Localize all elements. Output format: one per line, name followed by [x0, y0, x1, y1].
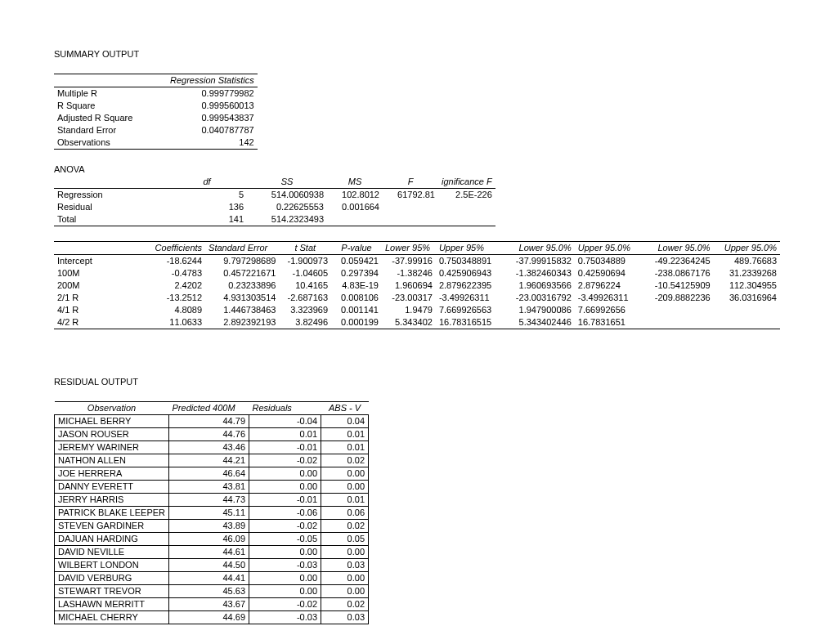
anova-row-f: [383, 213, 438, 226]
res-cell: DAVID NEVILLE: [55, 546, 169, 559]
regstats-header: Regression Statistics: [167, 74, 258, 87]
coef-cell: [641, 316, 714, 329]
anova-row-label: Regression: [54, 189, 167, 202]
coef-cell: 2.892392193: [205, 316, 279, 329]
anova-row-f: 61792.81: [383, 189, 438, 202]
coef-cell: 0.750348891: [436, 255, 502, 268]
anova-hdr-sigf: ignificance F: [438, 176, 495, 189]
res-cell: 0.00: [249, 481, 321, 494]
res-cell: 44.73: [169, 494, 249, 507]
coef-cell: -37.99916: [382, 255, 436, 268]
coef-cell: 100M: [54, 267, 137, 280]
coef-cell: -1.382460343: [502, 267, 575, 280]
res-cell: 0.00: [249, 546, 321, 559]
res-cell: MICHAEL BERRY: [55, 415, 169, 428]
anova-row-ss: 514.0060938: [247, 189, 327, 202]
res-cell: 0.02: [321, 520, 369, 533]
anova-hdr-f: F: [383, 176, 438, 189]
coef-cell: 7.669926563: [436, 304, 502, 316]
anova-hdr-df: df: [167, 176, 247, 189]
regstats-value: 142: [167, 136, 258, 150]
res-cell: MICHAEL CHERRY: [55, 611, 169, 624]
res-cell: STEVEN GARDINER: [55, 520, 169, 533]
coef-cell: 0.457221671: [205, 267, 279, 280]
res-cell: 0.00: [321, 572, 369, 585]
coef-cell: 3.323969: [279, 304, 331, 316]
coef-cell: -49.22364245: [641, 255, 714, 268]
res-cell: STEWART TREVOR: [55, 585, 169, 598]
res-cell: -0.01: [249, 494, 321, 507]
res-cell: -0.01: [249, 441, 321, 454]
res-cell: -0.02: [249, 454, 321, 467]
coef-hdr: Upper 95%: [436, 242, 502, 255]
coef-cell: 0.059421: [331, 255, 382, 268]
coef-cell: 1.947900086: [502, 304, 575, 316]
coef-cell: -2.687163: [279, 292, 331, 304]
regression-statistics-table: Regression Statistics Multiple R0.999779…: [54, 74, 258, 150]
res-cell: WILBERT LONDON: [55, 559, 169, 572]
res-cell: 0.00: [249, 572, 321, 585]
anova-title: ANOVA: [54, 164, 780, 174]
coef-cell: 9.797298689: [205, 255, 279, 268]
coef-cell: 7.66992656: [575, 304, 641, 316]
regstats-label: Standard Error: [54, 124, 167, 136]
res-cell: 0.00: [321, 546, 369, 559]
res-cell: 0.01: [321, 428, 369, 441]
coef-cell: -209.8882236: [641, 292, 714, 304]
regstats-value: 0.040787787: [167, 124, 258, 136]
coef-cell: 4.83E-19: [331, 280, 382, 292]
res-cell: JASON ROUSER: [55, 428, 169, 441]
regstats-value: 0.999779982: [167, 87, 258, 101]
coef-hdr: Upper 95.0%: [575, 242, 641, 255]
coef-hdr: Standard Error: [205, 242, 279, 255]
coef-hdr: Upper 95.0%: [714, 242, 780, 255]
coef-cell: [641, 304, 714, 316]
res-cell: 0.04: [321, 415, 369, 428]
coef-cell: -37.99915832: [502, 255, 575, 268]
anova-row-ms: [327, 213, 383, 226]
coef-cell: 489.76683: [714, 255, 780, 268]
res-cell: DAVID VERBURG: [55, 572, 169, 585]
anova-row-sigf: [438, 213, 495, 226]
res-cell: JOE HERRERA: [55, 467, 169, 481]
res-cell: DAJUAN HARDING: [55, 533, 169, 546]
res-cell: 0.02: [321, 598, 369, 611]
summary-output-title: SUMMARY OUTPUT: [54, 49, 780, 59]
coef-cell: 4.931303514: [205, 292, 279, 304]
res-cell: 0.00: [321, 467, 369, 481]
anova-row-label: Residual: [54, 201, 167, 213]
res-cell: 0.06: [321, 507, 369, 520]
coef-cell: -13.2512: [137, 292, 205, 304]
coef-cell: -1.04605: [279, 267, 331, 280]
res-cell: 0.00: [249, 585, 321, 598]
anova-row-label: Total: [54, 213, 167, 226]
res-cell: 44.61: [169, 546, 249, 559]
coef-cell: 2/1 R: [54, 292, 137, 304]
res-cell: 43.67: [169, 598, 249, 611]
res-cell: 44.76: [169, 428, 249, 441]
coef-cell: 1.9479: [382, 304, 436, 316]
coef-cell: 2.4202: [137, 280, 205, 292]
regstats-value: 0.999543837: [167, 112, 258, 124]
coef-cell: 31.2339268: [714, 267, 780, 280]
coef-cell: 4.8089: [137, 304, 205, 316]
coef-cell: 2.8796224: [575, 280, 641, 292]
res-cell: -0.03: [249, 611, 321, 624]
res-cell: 43.46: [169, 441, 249, 454]
coef-hdr: t Stat: [279, 242, 331, 255]
res-cell: 44.21: [169, 454, 249, 467]
res-cell: JERRY HARRIS: [55, 494, 169, 507]
res-cell: -0.06: [249, 507, 321, 520]
coef-cell: -10.54125909: [641, 280, 714, 292]
coef-cell: 0.297394: [331, 267, 382, 280]
coef-cell: -23.00317: [382, 292, 436, 304]
res-hdr-absv: ABS - V: [321, 402, 369, 415]
res-cell: -0.02: [249, 598, 321, 611]
regstats-label: Multiple R: [54, 87, 167, 101]
res-cell: 43.89: [169, 520, 249, 533]
res-cell: 0.01: [249, 428, 321, 441]
anova-row-f: [383, 201, 438, 213]
anova-table: df SS MS F ignificance F Regression 5 51…: [54, 176, 495, 226]
res-cell: 0.03: [321, 611, 369, 624]
regstats-value: 0.999560013: [167, 100, 258, 112]
